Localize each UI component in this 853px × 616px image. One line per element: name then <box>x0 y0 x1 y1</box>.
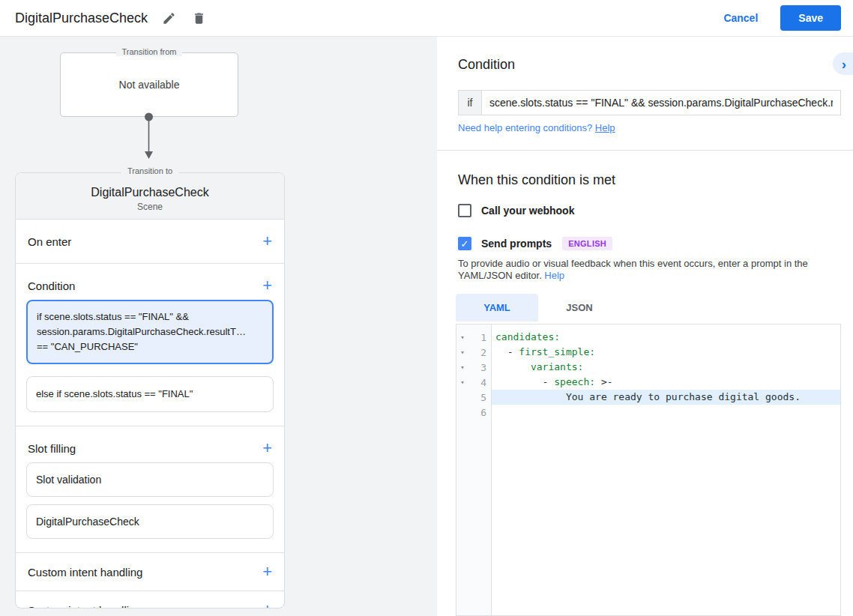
fold-toggle[interactable]: ▾ <box>456 363 468 371</box>
flow-arrow-icon <box>144 112 154 161</box>
transition-to-label: Transition to <box>15 166 285 175</box>
slot-filling-label: Slot filling <box>28 442 76 455</box>
conditions-help-text: Need help entering conditions? Help <box>458 122 615 133</box>
yaml-editor: ▾1 ▾2 ▾3 ▾4 5 6 candidates: - first_simp… <box>456 324 841 616</box>
webhook-label: Call your webhook <box>481 205 574 217</box>
check-icon: ✓ <box>461 238 469 250</box>
chevron-right-icon: › <box>842 57 846 71</box>
scene-header: DigitalPurchaseCheck Scene <box>16 173 284 220</box>
if-prefix-label: if <box>458 90 481 115</box>
section-condition: Condition + if scene.slots.status == "FI… <box>16 264 284 426</box>
tab-json[interactable]: JSON <box>538 294 621 321</box>
top-bar: DigitalPurchaseCheck Cancel Save <box>0 0 853 37</box>
add-on-enter-button[interactable]: + <box>262 235 272 248</box>
scene-subtitle: Scene <box>16 202 284 212</box>
language-badge: ENGLISH <box>562 237 612 250</box>
trash-icon[interactable] <box>190 9 208 27</box>
tab-yaml[interactable]: YAML <box>456 294 538 321</box>
add-custom-intent-button[interactable]: + <box>262 565 272 579</box>
code-line: variants: <box>492 360 840 375</box>
save-button[interactable]: Save <box>780 5 841 31</box>
flow-panel: Transition from Not available Transition… <box>0 37 437 616</box>
prompt-hint-help-link[interactable]: Help <box>544 270 564 281</box>
transition-from-content: Not available <box>61 53 238 116</box>
scene-card: DigitalPurchaseCheck Scene On enter + Co… <box>15 172 285 609</box>
custom-intent-label: Custom intent handling <box>28 566 142 579</box>
code-line-highlighted: You are ready to purchase digital goods. <box>492 390 840 405</box>
line-number: 3 <box>468 362 491 373</box>
editor-gutter: ▾1 ▾2 ▾3 ▾4 5 6 <box>456 324 492 615</box>
slot-card[interactable]: DigitalPurchaseCheck <box>26 504 274 539</box>
collapse-panel-button[interactable]: › <box>833 52 853 75</box>
send-prompts-label: Send prompts <box>481 238 552 250</box>
webhook-checkbox[interactable] <box>458 204 471 217</box>
cancel-button[interactable]: Cancel <box>711 6 770 30</box>
code-area[interactable]: candidates: - first_simple: variants: - … <box>492 324 840 615</box>
condition-expression-row: if <box>458 90 841 115</box>
editor-tabs: YAML JSON <box>456 294 621 321</box>
slot-validation-card[interactable]: Slot validation <box>26 462 274 497</box>
code-line: - speech: >- <box>492 375 840 390</box>
on-enter-label: On enter <box>28 235 71 248</box>
fold-toggle[interactable]: ▾ <box>456 333 468 341</box>
panel-title: Condition <box>458 57 515 73</box>
code-line: candidates: <box>492 330 840 345</box>
section-slot-filling: Slot filling + Slot validation DigitalPu… <box>16 426 284 553</box>
condition-detail-panel: Condition › if Need help entering condit… <box>437 37 853 616</box>
system-intent-label: System intent handling <box>28 604 142 609</box>
line-number: 6 <box>468 407 491 418</box>
add-condition-button[interactable]: + <box>262 279 272 292</box>
line-number: 1 <box>468 332 491 343</box>
line-number: 2 <box>468 347 491 358</box>
add-system-intent-button[interactable]: + <box>262 603 272 609</box>
fold-toggle[interactable]: ▾ <box>456 378 468 386</box>
prompt-hint-text: To provide audio or visual feedback when… <box>458 258 837 282</box>
panel-divider <box>437 150 853 151</box>
add-slot-button[interactable]: + <box>262 441 272 455</box>
fold-toggle[interactable]: ▾ <box>456 348 468 356</box>
send-prompts-checkbox[interactable]: ✓ <box>458 237 471 250</box>
webhook-row: Call your webhook <box>458 204 574 217</box>
condition-label: Condition <box>28 280 75 292</box>
condition-card-selected[interactable]: if scene.slots.status == "FINAL" && sess… <box>26 300 274 364</box>
transition-from-box: Transition from Not available <box>60 52 238 117</box>
line-number: 5 <box>468 392 491 403</box>
section-custom-intent: Custom intent handling + <box>16 553 284 591</box>
condition-met-heading: When this condition is met <box>458 172 615 188</box>
condition-card[interactable]: else if scene.slots.status == "FINAL" <box>26 376 274 412</box>
send-prompts-row: ✓ Send prompts ENGLISH <box>458 237 612 250</box>
code-line <box>492 405 840 420</box>
section-on-enter: On enter + <box>16 220 284 264</box>
condition-expression-input[interactable] <box>481 90 841 115</box>
edit-icon[interactable] <box>160 9 178 27</box>
page-title: DigitalPurchaseCheck <box>15 10 148 26</box>
code-line: - first_simple: <box>492 345 840 360</box>
section-system-intent: System intent handling + <box>16 591 284 609</box>
scene-card-wrap: Transition to DigitalPurchaseCheck Scene… <box>15 172 285 609</box>
conditions-help-link[interactable]: Help <box>595 122 615 133</box>
line-number: 4 <box>468 377 491 388</box>
scene-title: DigitalPurchaseCheck <box>16 186 284 199</box>
